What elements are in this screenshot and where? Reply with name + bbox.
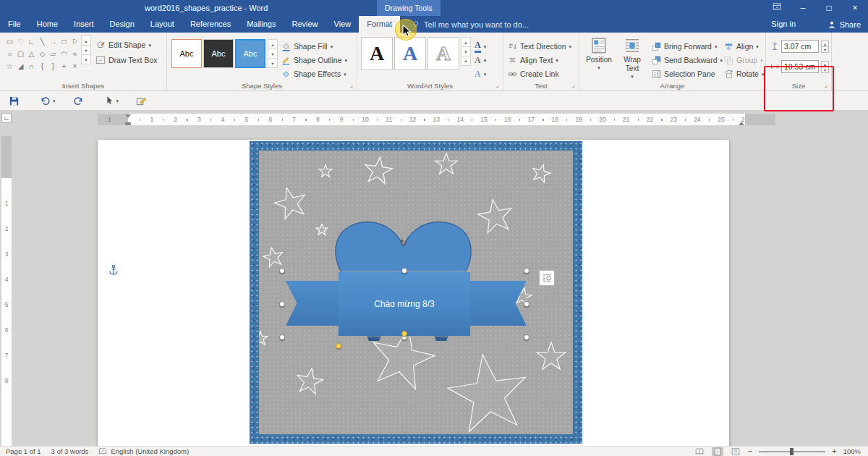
contextual-tab-header[interactable]: Drawing Tools xyxy=(377,0,441,16)
read-mode-button[interactable] xyxy=(694,447,705,456)
shape-outline-button[interactable]: Shape Outline ▾ xyxy=(281,54,347,67)
insert-shape-icon[interactable]: □ xyxy=(59,35,69,48)
tab-mailings[interactable]: Mailings xyxy=(239,16,284,33)
selection-handle[interactable] xyxy=(524,334,529,340)
shape-style-preset-2[interactable]: Abc xyxy=(203,39,234,68)
edit-shape-button[interactable]: Edit Shape ▾ xyxy=(95,38,151,51)
wordart-preset-1[interactable]: A xyxy=(361,37,393,70)
print-layout-button[interactable] xyxy=(712,447,723,456)
insert-shape-icon[interactable]: → xyxy=(48,35,59,48)
gallery-more-icon[interactable]: ▾ xyxy=(81,54,91,64)
insert-shape-icon[interactable]: ∟ xyxy=(26,35,37,48)
gallery-more-icon[interactable]: ▾ xyxy=(461,56,471,66)
page-indicator[interactable]: Page 1 of 1 xyxy=(6,447,41,455)
right-indent-marker[interactable] xyxy=(739,119,744,125)
tab-design[interactable]: Design xyxy=(102,16,142,33)
zoom-out-button[interactable]: − xyxy=(748,447,752,455)
web-layout-button[interactable] xyxy=(730,447,741,456)
create-link-button[interactable]: Create Link xyxy=(508,67,559,80)
shape-height-input[interactable] xyxy=(781,40,819,53)
gallery-scroll-up-icon[interactable]: ▴ xyxy=(81,35,91,46)
selection-handle[interactable] xyxy=(279,334,285,340)
text-outline-button[interactable]: A ▾ xyxy=(475,54,486,67)
redo-button[interactable] xyxy=(73,96,84,106)
selection-handle[interactable] xyxy=(279,301,285,307)
zoom-slider[interactable] xyxy=(759,451,825,452)
insert-shape-icon[interactable]: ○ xyxy=(4,48,15,60)
gallery-scroll-down-icon[interactable]: ▾ xyxy=(461,46,471,56)
tab-view[interactable]: View xyxy=(326,16,359,33)
tab-insert[interactable]: Insert xyxy=(66,16,102,33)
group-button[interactable]: Group ▾ xyxy=(724,54,763,67)
minimize-icon[interactable]: – xyxy=(790,0,816,16)
shape-styles-dialog-launcher-icon[interactable]: ⌟ xyxy=(347,81,355,89)
save-button[interactable] xyxy=(9,96,20,106)
insert-shape-icon[interactable]: ∩ xyxy=(26,60,37,72)
undo-button[interactable]: ▾ xyxy=(40,96,56,106)
ribbon-display-options-icon[interactable] xyxy=(764,0,790,16)
selection-handle[interactable] xyxy=(279,268,285,274)
gallery-scroll-up-icon[interactable]: ▴ xyxy=(268,39,278,49)
maximize-icon[interactable]: □ xyxy=(816,0,842,16)
vertical-ruler[interactable]: 12345678 xyxy=(1,136,12,446)
tab-stop-selector[interactable]: ∟ xyxy=(1,113,12,123)
shape-effects-button[interactable]: Shape Effects ▾ xyxy=(281,67,346,80)
tab-home[interactable]: Home xyxy=(29,16,66,33)
wordart-preset-3[interactable]: A xyxy=(427,37,459,70)
insert-shape-icon[interactable]: ╲ xyxy=(37,35,48,48)
gallery-scroll-down-icon[interactable]: ▾ xyxy=(268,48,278,59)
zoom-level[interactable]: 100% xyxy=(843,447,861,455)
insert-shape-icon[interactable]: } xyxy=(48,60,59,72)
spinner-down-icon[interactable]: ▾ xyxy=(821,46,829,53)
share-button[interactable]: Share xyxy=(827,16,861,33)
zoom-in-button[interactable]: + xyxy=(832,447,836,455)
insert-shape-icon[interactable]: ◇ xyxy=(37,48,48,60)
insert-shape-icon[interactable]: ⚐ xyxy=(69,35,80,48)
insert-shape-icon[interactable]: { xyxy=(37,60,48,72)
close-icon[interactable]: × xyxy=(842,0,868,16)
gallery-more-icon[interactable]: ▾ xyxy=(268,58,278,68)
position-button[interactable]: Position ▾ xyxy=(582,33,616,70)
card-image[interactable]: Chào mừng 8/3 ↻ xyxy=(250,141,582,444)
insert-shape-icon[interactable]: ▭ xyxy=(4,35,15,48)
proofing-status-icon[interactable] xyxy=(98,447,107,456)
rotate-handle-icon[interactable]: ↻ xyxy=(398,237,409,249)
document-page[interactable]: Chào mừng 8/3 ↻ xyxy=(98,140,729,446)
size-dialog-launcher-icon[interactable]: ⌟ xyxy=(822,81,830,89)
insert-shape-icon[interactable]: ◢ xyxy=(15,60,26,72)
zoom-slider-thumb[interactable] xyxy=(790,448,793,455)
select-mode-button[interactable]: ▾ xyxy=(104,96,119,106)
gallery-scroll-down-icon[interactable]: ▾ xyxy=(81,45,91,55)
rotate-button[interactable]: Rotate ▾ xyxy=(724,67,764,80)
shape-style-preset-3-selected[interactable]: Abc xyxy=(235,39,265,68)
align-text-button[interactable]: Align Text ▾ xyxy=(508,54,558,67)
tab-references[interactable]: References xyxy=(182,16,239,33)
tab-layout[interactable]: Layout xyxy=(142,16,182,33)
tab-format[interactable]: Format xyxy=(359,16,400,33)
selection-pane-button[interactable]: Selection Pane xyxy=(652,67,715,80)
tab-file[interactable]: File xyxy=(0,16,29,33)
shape-fill-button[interactable]: Shape Fill ▾ xyxy=(281,40,333,53)
insert-shape-icon[interactable]: ▱ xyxy=(48,48,59,60)
insert-shape-icon[interactable]: + xyxy=(59,60,69,72)
insert-shape-icon[interactable]: × xyxy=(69,60,80,72)
insert-shape-icon[interactable]: ♡ xyxy=(15,35,26,48)
language-indicator[interactable]: English (United Kingdom) xyxy=(111,447,189,455)
tell-me-box[interactable]: Tell me what you want to do... xyxy=(412,16,529,33)
text-effects-button[interactable]: A ▾ xyxy=(475,67,486,80)
selection-handle[interactable] xyxy=(524,268,529,274)
bring-forward-button[interactable]: Bring Forward ▾ xyxy=(652,40,717,53)
wordart-preset-2[interactable]: A xyxy=(394,37,426,70)
draw-text-box-button[interactable]: Draw Text Box xyxy=(95,54,158,67)
word-count[interactable]: 3 of 3 words xyxy=(51,447,89,455)
selection-handle[interactable] xyxy=(401,268,407,274)
layout-options-button[interactable] xyxy=(539,270,555,286)
send-backward-button[interactable]: Send Backward ▾ xyxy=(652,54,723,67)
insert-shape-icon[interactable]: ☆ xyxy=(4,60,15,72)
draw-shape-button[interactable] xyxy=(136,96,147,106)
text-fill-button[interactable]: A ▾ xyxy=(475,40,486,53)
tab-review[interactable]: Review xyxy=(284,16,326,33)
wordart-dialog-launcher-icon[interactable]: ⌟ xyxy=(493,81,501,89)
text-dialog-launcher-icon[interactable]: ⌟ xyxy=(569,81,577,89)
selection-handle[interactable] xyxy=(524,301,529,307)
